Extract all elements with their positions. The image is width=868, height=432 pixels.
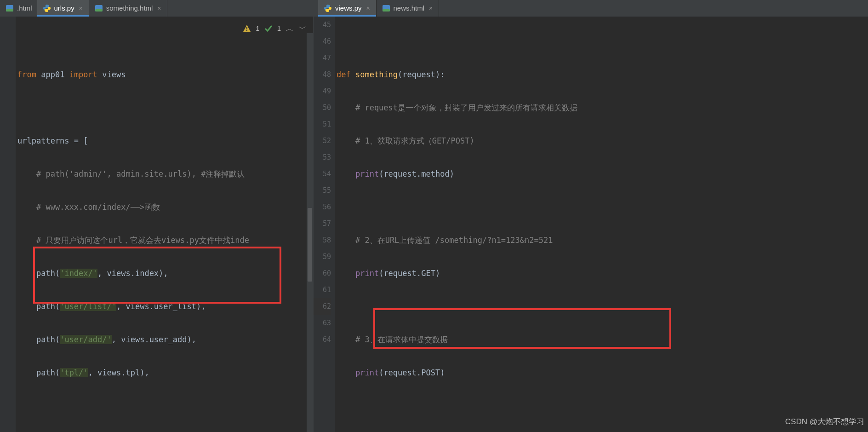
svg-rect-1 [6, 9, 13, 12]
tab-urls-py[interactable]: urls.py × [37, 0, 89, 17]
prev-highlight-icon[interactable]: ︿ [286, 20, 294, 37]
svg-rect-3 [95, 9, 103, 12]
left-gutter [0, 17, 16, 432]
scrollbar-thumb[interactable] [308, 208, 312, 282]
warning-count: 1 [256, 20, 259, 37]
tab-label: views.py [335, 0, 362, 17]
ok-count: 1 [277, 20, 281, 37]
right-tab-bar: views.py × news.html × [314, 0, 868, 17]
close-icon[interactable]: × [78, 0, 84, 17]
left-editor[interactable]: 1 1 ︿ ﹀ from app01 import views urlpatte… [0, 17, 313, 432]
right-code-area[interactable]: def something(request): # request是一个对象，封… [335, 17, 868, 432]
html-file-icon [6, 4, 14, 12]
left-tab-bar: .html urls.py × something.html × [0, 0, 313, 17]
tab-news-html[interactable]: news.html × [377, 0, 440, 17]
python-file-icon [43, 4, 51, 12]
left-editor-pane: .html urls.py × something.html × 1 1 [0, 0, 314, 432]
tab-something-html[interactable]: something.html × [89, 0, 168, 17]
svg-rect-5 [246, 30, 247, 31]
right-editor-pane: views.py × news.html × 45 46 47 48 49 50… [314, 0, 868, 432]
close-icon[interactable]: × [365, 0, 371, 17]
right-editor[interactable]: 45 46 47 48 49 50 51 52 53 54 55 56 57 5… [314, 17, 868, 432]
check-icon [264, 24, 273, 33]
close-icon[interactable]: × [428, 0, 434, 17]
svg-rect-7 [383, 9, 390, 12]
svg-rect-4 [246, 27, 247, 29]
tab-label: .html [17, 0, 32, 17]
close-icon[interactable]: × [156, 0, 162, 17]
tab-label: something.html [106, 0, 153, 17]
html-file-icon [95, 4, 103, 12]
inspection-widget[interactable]: 1 1 ︿ ﹀ [243, 20, 307, 37]
html-file-icon [382, 4, 390, 12]
tab-label: urls.py [54, 0, 74, 17]
tab-html[interactable]: .html [0, 0, 37, 17]
next-highlight-icon[interactable]: ﹀ [298, 20, 307, 37]
python-file-icon [324, 4, 332, 12]
warning-icon [243, 24, 251, 33]
tab-views-py[interactable]: views.py × [318, 0, 377, 17]
tab-label: news.html [394, 0, 425, 17]
left-code-area[interactable]: 1 1 ︿ ﹀ from app01 import views urlpatte… [16, 17, 313, 432]
left-scrollbar[interactable] [307, 33, 313, 432]
right-gutter: 45 46 47 48 49 50 51 52 53 54 55 56 57 5… [314, 17, 335, 432]
